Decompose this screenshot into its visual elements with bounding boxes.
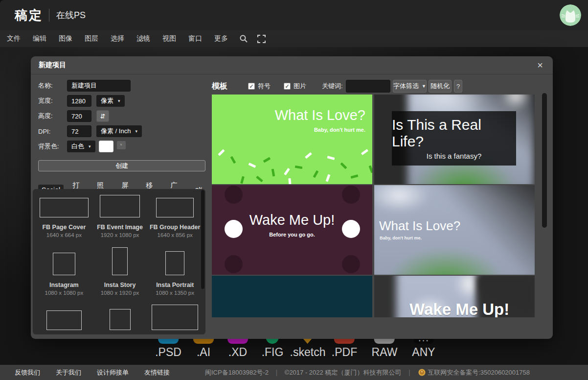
close-icon[interactable]: × xyxy=(535,60,545,70)
card-subtitle: Baby, don't hurt me. xyxy=(314,127,365,133)
preview-card-what-is-love[interactable]: What Is Love? Baby, don't hurt me. xyxy=(212,95,372,184)
images-checkbox-group[interactable]: ✓ 图片 xyxy=(284,80,306,93)
icp-number: 闽ICP备18003982号-2 xyxy=(205,368,269,377)
menu-item-more[interactable]: 更多 xyxy=(212,33,230,44)
create-button[interactable]: 创建 xyxy=(38,160,205,171)
card-subtitle: Is this a fantasy? xyxy=(427,152,482,160)
background-color-swatch[interactable] xyxy=(99,141,113,152)
template-preview-grid: What Is Love? Baby, don't hurt me. xyxy=(212,95,535,317)
preview-card-is-this-a-real-life[interactable]: Is This a Real Life? Is this a fantasy? xyxy=(374,95,535,184)
logo-divider xyxy=(49,9,49,22)
card-title: What Is Love? xyxy=(379,218,460,234)
dpi-input[interactable] xyxy=(67,125,91,137)
aspect-preview-box xyxy=(40,198,89,217)
template-list-scrollbar[interactable] xyxy=(201,190,204,289)
template-fb-group-header[interactable]: FB Group Header 1640 x 856 px xyxy=(147,194,203,245)
template-instagram[interactable]: Instagram 1080 x 1080 px xyxy=(36,245,92,303)
workspace: .PSD .AI .XD .FIG .sketch .PDF RAW ANY xyxy=(0,47,588,365)
menu-item-layer[interactable]: 图层 xyxy=(83,33,100,44)
dpi-unit-select[interactable]: 像素 / Inch ▾ xyxy=(96,125,142,137)
preview-scrollbar[interactable] xyxy=(542,93,547,228)
search-icon[interactable] xyxy=(239,34,248,43)
template-insta-portrait[interactable]: Insta Portrait 1080 x 1350 px xyxy=(147,245,203,303)
width-input[interactable] xyxy=(67,95,91,107)
keyword-input[interactable] xyxy=(346,80,390,93)
card-title: Wake Me Up! xyxy=(212,212,372,228)
help-button[interactable]: ? xyxy=(454,80,462,93)
chevron-down-icon: ▾ xyxy=(89,144,91,149)
name-input[interactable] xyxy=(67,80,131,92)
color-dropdown-button[interactable]: ˅ xyxy=(117,141,126,149)
menubar: 文件 编辑 图像 图层 选择 滤镜 视图 窗口 更多 xyxy=(0,30,588,47)
menu-item-file[interactable]: 文件 xyxy=(5,33,23,44)
template-fb-page-cover[interactable]: FB Page Cover 1640 x 664 px xyxy=(36,194,92,245)
menu-item-view[interactable]: 视图 xyxy=(160,33,178,44)
template-insta-story[interactable]: Insta Story 1080 x 1920 px xyxy=(92,245,148,303)
randomize-button[interactable]: 随机化 xyxy=(429,80,452,93)
swap-dimensions-button[interactable]: ⇵ xyxy=(96,110,109,122)
chevron-down-icon: ▾ xyxy=(135,129,137,134)
menu-item-select[interactable]: 选择 xyxy=(109,33,126,44)
name-label: 名称: xyxy=(38,81,67,90)
width-label: 宽度: xyxy=(38,96,67,105)
app-name: 在线PS xyxy=(56,9,86,21)
dialog-title: 新建项目 xyxy=(39,61,66,70)
preview-card-wake-me-up-photo[interactable]: Wake Me Up! xyxy=(374,276,535,317)
footer-link-friends[interactable]: 友情链接 xyxy=(144,368,170,377)
app-root: 稿定 在线PS 文件 编辑 图像 图层 选择 滤镜 视图 窗口 更多 xyxy=(0,0,588,380)
menu-item-window[interactable]: 窗口 xyxy=(186,33,204,44)
footer-link-about[interactable]: 关于我们 xyxy=(56,368,81,377)
dpi-label: DPI: xyxy=(38,128,67,135)
preview-card-teal[interactable] xyxy=(212,276,372,317)
card-title: What Is Love? xyxy=(275,107,365,123)
footer-link-designer[interactable]: 设计师接单 xyxy=(97,368,129,377)
dark-overlay: Is This a Real Life? Is this a fantasy? xyxy=(392,111,516,166)
new-project-dialog: 新建项目 × 名称: 宽度: 像素 ▾ 高度: xyxy=(31,56,553,339)
security-record-number[interactable]: 互联网安全备案号:35020602001758 xyxy=(428,368,530,377)
footer: 反馈我们 关于我们 设计师接单 友情链接 闽ICP备18003982号-2 ｜ … xyxy=(0,365,588,380)
keyword-label: 关键词: xyxy=(322,80,343,93)
caret-down-icon: ▼ xyxy=(422,84,426,89)
height-input[interactable] xyxy=(67,110,91,122)
aspect-preview-box xyxy=(46,310,82,330)
height-label: 高度: xyxy=(38,112,67,120)
avatar[interactable] xyxy=(560,4,581,26)
new-project-form: 名称: 宽度: 像素 ▾ 高度: ⇵ DPI: xyxy=(38,80,205,200)
brand-logo[interactable]: 稿定 xyxy=(15,7,43,24)
card-title: Wake Me Up! xyxy=(409,300,509,317)
background-select[interactable]: 白色 ▾ xyxy=(67,141,95,152)
topbar: 稿定 在线PS xyxy=(0,0,588,30)
aspect-preview-box xyxy=(53,253,75,275)
footer-link-feedback[interactable]: 反馈我们 xyxy=(15,368,40,377)
aspect-preview-box xyxy=(156,198,194,217)
chevron-down-icon: ▾ xyxy=(118,98,120,103)
checkbox-checked-icon[interactable]: ✓ xyxy=(248,83,255,90)
dialog-header: 新建项目 × xyxy=(31,56,553,74)
aspect-preview-box xyxy=(112,247,128,275)
checkbox-checked-icon[interactable]: ✓ xyxy=(284,83,291,90)
aspect-preview-box xyxy=(100,195,140,217)
aspect-preview-box xyxy=(152,305,198,330)
aspect-preview-box xyxy=(165,251,184,275)
swap-arrows-icon: ⇵ xyxy=(100,113,106,120)
menu-item-edit[interactable]: 编辑 xyxy=(31,33,48,44)
preview-card-wake-me-up[interactable]: Wake Me Up! Before you go go. xyxy=(212,185,372,275)
card-title: Is This a Real Life? xyxy=(392,117,516,150)
menu-item-image[interactable]: 图像 xyxy=(57,33,74,44)
fullscreen-icon[interactable] xyxy=(257,35,266,43)
card-subtitle: Baby, don't hurt me. xyxy=(380,236,422,240)
symbols-checkbox-group[interactable]: ✓ 符号 xyxy=(248,80,271,93)
menu-item-filter[interactable]: 滤镜 xyxy=(135,33,152,44)
templates-section-title: 模板 xyxy=(212,80,227,93)
template-fb-event-image[interactable]: FB Event Image 1920 x 1080 px xyxy=(92,194,148,245)
template-youtube-thumbnail[interactable]: Youtube Thumbnail xyxy=(36,303,92,334)
aspect-preview-box xyxy=(110,309,131,330)
card-subtitle: Before you go go. xyxy=(212,232,372,238)
width-unit-select[interactable]: 像素 ▾ xyxy=(96,95,125,107)
security-badge-icon xyxy=(418,369,426,376)
template-youtube-cover[interactable]: Youtube Cover xyxy=(147,303,203,334)
template-filter-bar: 模板 ✓ 符号 ✓ 图片 关键词: 字体筛选 ▼ 随机化 ? xyxy=(212,80,544,93)
template-youtube-profile[interactable]: Youtube Profile xyxy=(92,303,148,334)
font-filter-button[interactable]: 字体筛选 ▼ xyxy=(393,80,427,93)
preview-card-what-is-love-photo[interactable]: What Is Love? Baby, don't hurt me. xyxy=(374,185,535,275)
